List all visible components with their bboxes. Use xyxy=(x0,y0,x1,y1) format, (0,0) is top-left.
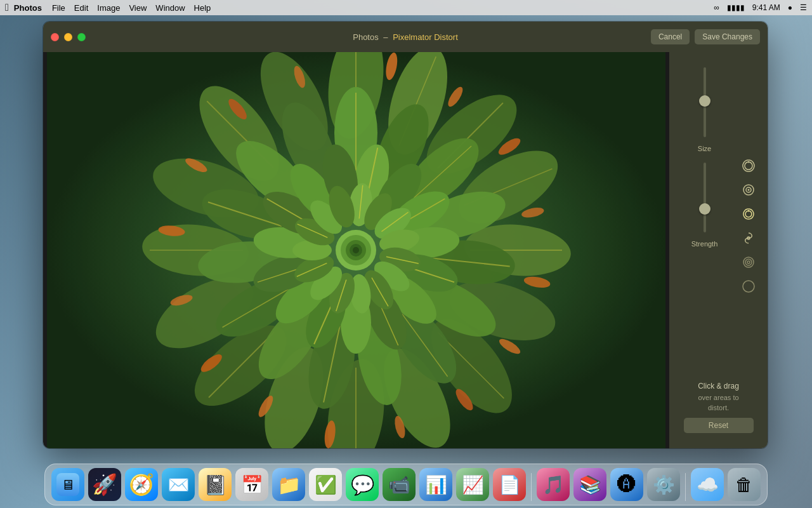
photos-window: Photos – Pixelmator Distort Cancel Save … xyxy=(43,22,768,448)
window-title: Photos – Pixelmator Distort xyxy=(353,32,458,42)
app-name[interactable]: Photos xyxy=(14,3,42,13)
svg-point-119 xyxy=(748,210,750,211)
apple-menu[interactable]:  xyxy=(5,2,9,13)
svg-point-123 xyxy=(747,261,750,264)
reset-button[interactable]: Reset xyxy=(684,418,754,433)
right-panel: Size Strength xyxy=(669,52,768,448)
svg-text:🖥: 🖥 xyxy=(61,477,75,493)
size-slider-section: Size xyxy=(674,62,735,152)
menu-image[interactable]: Image xyxy=(97,3,120,13)
cancel-button[interactable]: Cancel xyxy=(651,29,690,44)
distort-spiral-cw-icon[interactable] xyxy=(738,156,759,176)
dock-icon-trash[interactable]: 🗑 xyxy=(728,468,761,501)
dock-separator-2 xyxy=(685,473,686,501)
window-body: Size Strength xyxy=(43,52,768,448)
dock: 🖥 🚀 🧭 ✉️ 📓 📅 📁 ✅ 💬 📹 📊 xyxy=(44,464,768,505)
dock-icon-launchpad[interactable]: 🚀 xyxy=(88,468,121,501)
dock-icon-sysprefs[interactable]: ⚙️ xyxy=(647,468,680,501)
svg-point-115 xyxy=(748,161,750,163)
size-label: Size xyxy=(698,145,711,152)
close-button[interactable] xyxy=(51,33,59,41)
info-main-text: Click & drag xyxy=(684,382,754,391)
distort-bump-icon[interactable] xyxy=(738,180,759,200)
dock-icon-files[interactable]: 📁 xyxy=(272,468,305,501)
dock-icon-safari[interactable]: 🧭 xyxy=(125,468,158,501)
fullscreen-button[interactable] xyxy=(77,33,86,41)
strength-label: Strength xyxy=(691,240,718,248)
size-slider-track[interactable] xyxy=(704,67,706,137)
menubar:  Photos File Edit Image View Window Hel… xyxy=(0,0,812,15)
menu-edit[interactable]: Edit xyxy=(74,3,88,13)
dock-icon-calendar[interactable]: 📅 xyxy=(235,468,268,501)
distort-twirl-icon[interactable] xyxy=(738,228,759,248)
menu-view[interactable]: View xyxy=(129,3,147,13)
menubar-status-area: ∞ ▮▮▮▮ 9:41 AM ● ☰ xyxy=(714,3,807,12)
tools-column xyxy=(735,62,763,377)
svg-point-122 xyxy=(745,259,752,265)
clock: 9:41 AM xyxy=(752,3,780,12)
dock-icon-icloud[interactable]: ☁️ xyxy=(691,468,724,501)
dock-icon-numbers[interactable]: 📈 xyxy=(456,468,489,501)
menu-help[interactable]: Help xyxy=(194,3,211,13)
dock-icon-pages[interactable]: 📄 xyxy=(493,468,526,501)
dock-icon-books[interactable]: 📚 xyxy=(573,468,606,501)
menu-file[interactable]: File xyxy=(52,3,65,13)
info-sub-text: over areas to distort. xyxy=(684,393,754,413)
svg-rect-114 xyxy=(47,52,665,448)
dock-icon-music[interactable]: 🎵 xyxy=(537,468,570,501)
title-app-name: Photos xyxy=(353,32,378,42)
info-section: Click & drag over areas to distort. Rese… xyxy=(684,377,754,438)
distort-pinch-icon[interactable] xyxy=(738,252,759,272)
title-bar: Photos – Pixelmator Distort Cancel Save … xyxy=(43,22,768,52)
dock-icon-appstore[interactable]: 🅐 xyxy=(610,468,643,501)
wifi-icon: ∞ xyxy=(714,3,719,12)
photo-image xyxy=(43,52,669,448)
dock-icon-reminders[interactable]: ✅ xyxy=(309,468,342,501)
traffic-lights xyxy=(51,33,86,41)
distort-spiral-active-icon[interactable] xyxy=(738,204,759,224)
title-separator: – xyxy=(383,32,388,42)
search-icon[interactable]: ● xyxy=(788,3,792,12)
strength-slider-section: Strength xyxy=(674,157,735,248)
dock-separator xyxy=(531,473,532,501)
dock-icon-keynote[interactable]: 📊 xyxy=(419,468,452,501)
dock-icon-messages[interactable]: 💬 xyxy=(346,468,379,501)
sliders-column: Size Strength xyxy=(674,62,735,377)
title-plugin-name: Pixelmator Distort xyxy=(393,32,458,42)
dock-icon-notes[interactable]: 📓 xyxy=(199,468,232,501)
photo-canvas[interactable] xyxy=(43,52,669,448)
svg-point-124 xyxy=(743,281,754,292)
strength-slider-track[interactable] xyxy=(704,163,706,232)
panel-controls: Size Strength xyxy=(674,62,763,377)
dock-icon-finder[interactable]: 🖥 xyxy=(51,468,84,501)
desktop:  Photos File Edit Image View Window Hel… xyxy=(0,0,812,508)
minimize-button[interactable] xyxy=(64,33,72,41)
dock-icon-facetime[interactable]: 📹 xyxy=(383,468,416,501)
battery-icon: ▮▮▮▮ xyxy=(727,3,745,12)
dock-icon-mail[interactable]: ✉️ xyxy=(162,468,195,501)
svg-point-118 xyxy=(748,189,750,190)
size-slider-thumb[interactable] xyxy=(699,95,710,107)
distort-circle-icon[interactable] xyxy=(738,276,759,297)
save-changes-button[interactable]: Save Changes xyxy=(695,29,760,44)
strength-slider-thumb[interactable] xyxy=(699,203,710,215)
title-bar-buttons: Cancel Save Changes xyxy=(651,29,760,44)
menu-window[interactable]: Window xyxy=(155,3,185,13)
control-center-icon[interactable]: ☰ xyxy=(800,3,807,12)
